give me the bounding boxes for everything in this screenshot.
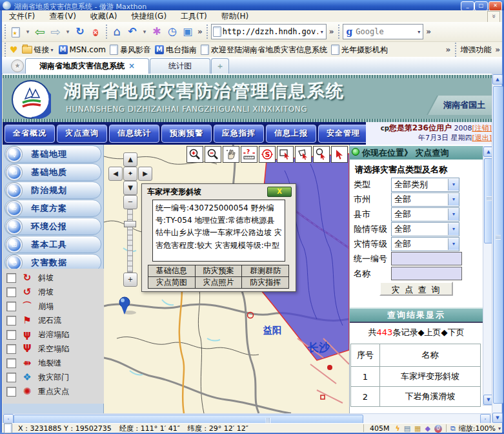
popup-tab-command[interactable]: 防灾指挥 (241, 276, 289, 289)
popup-close-button[interactable]: X (267, 187, 292, 197)
plugins-label[interactable]: 增强功能 (460, 45, 491, 56)
city-select[interactable]: 全部▾ (391, 192, 459, 207)
browser-scroll-thumb[interactable] (493, 86, 503, 404)
links-more-icon[interactable]: » (443, 45, 452, 54)
menu-groups[interactable]: 快捷组(G) (124, 11, 174, 22)
close-button[interactable]: ✕ (489, 1, 502, 10)
popup-tab-basic-info[interactable]: 基础信息 (148, 265, 196, 277)
menu-help[interactable]: 帮助(H) (214, 11, 256, 22)
popup-tab-photos[interactable]: 灾点照片 (195, 276, 243, 289)
search-more-icon[interactable]: » (424, 27, 433, 36)
menu-overflow-icon[interactable]: » (487, 11, 500, 23)
logout-link[interactable]: [注销] (472, 124, 492, 132)
layer-checkbox[interactable] (6, 387, 16, 397)
name-input[interactable] (391, 267, 462, 280)
scroll-down-icon[interactable]: ▼ (492, 413, 503, 423)
browser-vertical-scrollbar[interactable]: ▲ ▼ (492, 74, 502, 424)
zoom-level[interactable]: 缩放:100% (459, 424, 496, 433)
address-input[interactable] (221, 26, 319, 37)
zoom-out-tool[interactable] (205, 146, 221, 163)
menu-view[interactable]: 查看(V) (42, 11, 83, 22)
zoom-out-button[interactable]: − (123, 195, 137, 209)
menu-tools[interactable]: 工具(T) (174, 11, 214, 22)
pan-down-button[interactable]: ▼ (123, 181, 137, 195)
printer-icon[interactable]: ▤ (404, 424, 410, 433)
nav-security-mgmt[interactable]: 安全管理 (318, 125, 368, 143)
nav-info-report[interactable]: 信息上报 (266, 125, 316, 143)
h-scroll-thumb[interactable] (14, 415, 363, 424)
toolbar-grip[interactable] (3, 25, 6, 39)
rect-select-tool[interactable] (277, 146, 294, 163)
blocked-popups-icon[interactable]: 0 (434, 424, 442, 433)
sidebar-basic-geography[interactable]: ≫ 基础地理 (5, 145, 101, 163)
popup-tab-group-monitoring[interactable]: 群测群防 (241, 265, 289, 277)
address-dropdown-icon[interactable]: ▾ (319, 29, 325, 35)
zoom-slider-handle[interactable] (124, 221, 136, 227)
favorites-heart-icon[interactable]: ♥ (10, 45, 18, 55)
nav-forecast-warning[interactable]: 预测预警 (161, 125, 212, 143)
new-document-icon[interactable]: ▦ (414, 424, 421, 433)
home-icon[interactable]: ⌂ (109, 24, 125, 39)
layer-checkbox[interactable] (6, 273, 16, 283)
link-baofeng[interactable]: 暴风影音 (110, 45, 151, 56)
maximize-button[interactable]: □ (474, 1, 488, 10)
zoom-in-button[interactable]: + (123, 273, 137, 287)
search-input[interactable] (354, 26, 416, 37)
table-row[interactable]: 1 车家坪变形斜坡 (351, 367, 481, 387)
boost-lightning-icon[interactable]: ϟ (395, 424, 399, 433)
plugins-grip[interactable] (454, 43, 457, 57)
layer-checkbox[interactable] (6, 373, 16, 382)
scroll-up-icon[interactable]: ▲ (492, 74, 503, 85)
sidebar-basic-tools[interactable]: ⊞ 基本工具 (5, 236, 101, 253)
address-more-icon[interactable]: » (327, 27, 336, 36)
circle-select-tool[interactable] (313, 146, 330, 163)
stop-button[interactable]: ✕ (88, 24, 103, 39)
type-select[interactable]: 全部类别▾ (391, 178, 459, 192)
pan-tool[interactable] (223, 146, 239, 163)
minimize-button[interactable]: _ (461, 1, 474, 10)
tab-geohazard-system[interactable]: 湖南省地质灾害信息系统× (25, 58, 149, 74)
zoom-slider-track[interactable] (127, 209, 133, 273)
pan-center-button[interactable]: ✦ (123, 167, 137, 181)
horizontal-scrollbar[interactable]: ‹ › (3, 413, 491, 424)
pan-right-button[interactable]: ▶ (138, 167, 152, 181)
panels-icon[interactable]: ▣ (180, 24, 196, 39)
addressbar-grip[interactable] (206, 25, 209, 39)
sidebar-environment-bulletin[interactable]: ▱ 环境公报 (5, 218, 101, 235)
menu-file[interactable]: 文件(F) (2, 11, 42, 22)
nav-province-overview[interactable]: 全省概况 (5, 125, 55, 143)
link-photo[interactable]: 光年摄影机构 (331, 45, 388, 56)
favorites-star-icon[interactable]: ★ (11, 59, 24, 72)
magic-fill-icon[interactable]: ✱ (149, 24, 165, 39)
search-dropdown-icon[interactable]: ▾ (416, 29, 421, 35)
history-dropdown[interactable]: ▾ (63, 24, 72, 39)
address-bar[interactable]: ▾ (211, 24, 327, 39)
new-page-dropdown[interactable]: ▾ (23, 24, 32, 39)
back-icon[interactable]: ⇦ (32, 24, 48, 39)
searchbar-grip[interactable] (338, 25, 341, 39)
links-folder[interactable]: 链接▾ (22, 45, 55, 56)
sidebar-basic-geology[interactable]: ⊡ 基础地质 (5, 163, 101, 181)
popup-tab-prevention-plan[interactable]: 防灾预案 (195, 265, 243, 277)
linksbar-grip[interactable] (3, 43, 6, 57)
nav-info-statistics[interactable]: 信息统计 (109, 125, 159, 143)
risk-level-select[interactable]: 全部▾ (391, 222, 459, 236)
undo-dropdown[interactable]: ▾ (140, 24, 149, 39)
next-page-link[interactable]: ◆下页 (441, 327, 464, 337)
measure-tool[interactable]: ? (241, 146, 257, 163)
county-select[interactable]: 全部▾ (391, 207, 459, 222)
layer-checkbox[interactable] (6, 287, 16, 297)
popup-tab-sketch[interactable]: 灾点简图 (148, 276, 196, 289)
sidebar-annual-plan[interactable]: ▱ 年度方案 (5, 200, 101, 217)
link-msn[interactable]: M MSN.com (59, 45, 106, 54)
nav-disaster-query[interactable]: 灾点查询 (57, 125, 107, 143)
nav-emergency-command[interactable]: 应急指挥 (214, 125, 264, 143)
forward-icon[interactable]: ⇨ (48, 24, 63, 39)
exit-link[interactable]: [退出] (472, 134, 492, 142)
scroll-left-icon[interactable]: ‹ (3, 414, 14, 424)
title-bar[interactable]: 湖南省地质灾害信息系统 - 傲游 Maxthon _ □ ✕ (0, 0, 504, 10)
undo-icon[interactable]: ↶ (125, 24, 140, 39)
scroll-right-icon[interactable]: › (480, 414, 490, 424)
new-page-button[interactable] (8, 24, 23, 39)
layer-checkbox[interactable] (6, 358, 16, 368)
